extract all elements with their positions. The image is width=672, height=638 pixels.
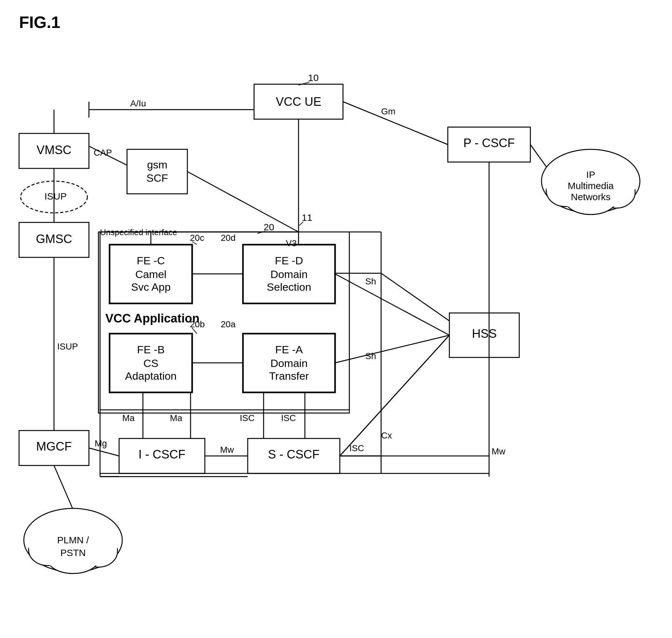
ref-20b: 20b [190,319,205,329]
fe-c-label3: Svc App [131,281,171,293]
plmn-label1: PLMN / [57,535,89,545]
svg-line-21 [299,222,303,225]
vcc-ue-label: VCC UE [276,95,322,108]
ref-10: 10 [308,72,318,83]
gmsc-label: GMSC [36,232,72,246]
isup2-label: ISUP [57,341,78,351]
svg-rect-5 [127,149,187,194]
fe-d-label1: FE -D [275,254,303,267]
vcc-application-label: VCC Application [105,312,200,325]
v3-label: V3 [286,238,297,248]
hss-label: HSS [472,327,497,340]
fe-a-label2: Domain [270,357,307,369]
mg-label: Mg [94,438,107,448]
isc2-label: ISC [281,413,296,423]
isc1-label: ISC [240,413,255,423]
gsm-scf-label: gsm [147,158,167,171]
s-cscf-label: S - CSCF [268,448,320,461]
sh1-label: Sh [365,276,376,286]
mw1-label: Mw [220,445,234,455]
fe-b-label2: CS [143,357,158,369]
ref-20c: 20c [190,233,204,243]
plmn-label2: PSTN [61,548,86,558]
ip-multimedia-cloud: IP Multimedia Networks [541,149,640,215]
ip-label2: Multimedia [568,181,614,191]
ref-20a: 20a [221,319,236,329]
gsm-scf-label2: SCF [147,172,168,184]
fe-a-label3: Transfer [269,370,309,382]
isc3-label: ISC [349,443,364,453]
svg-line-22 [187,172,298,232]
fe-b-label1: FE -B [137,343,165,355]
vmsc-label: VMSC [36,143,71,157]
ip-label3: Networks [571,191,610,202]
a-iu-label: A/Iu [130,99,146,108]
ref-20: 20 [263,222,274,232]
ref-20d: 20d [221,233,236,243]
svg-line-46 [340,335,449,456]
p-cscf-label: P - CSCF [463,136,515,150]
fe-a-label1: FE -A [275,343,303,355]
cap-label: CAP [94,148,112,157]
i-cscf-label: I - CSCF [138,448,186,461]
ma1-label: Ma [122,413,135,423]
fe-c-label1: FE -C [137,254,165,267]
svg-line-32 [335,335,449,363]
fe-d-label3: Selection [267,281,311,293]
svg-line-31 [335,274,449,335]
svg-line-40 [89,448,119,456]
mw2-label: Mw [492,447,505,456]
diagram: VCC UE 10 VMSC P - CSCF gsm SCF GMSC FE … [0,0,672,638]
ref-11: 11 [302,212,312,223]
ip-label1: IP [586,169,595,180]
mgcf-label: MGCF [36,440,72,453]
gm-label: Gm [381,106,395,116]
cx-label: Cx [381,431,392,440]
isup-ellipse-label: ISUP [45,191,67,201]
fe-d-label2: Domain [270,268,307,280]
fe-b-label3: Adaptation [125,370,177,382]
fe-c-label2: Camel [135,268,167,280]
plmn-pstn-cloud: PLMN / PSTN [24,508,122,573]
ma2-label: Ma [170,413,182,423]
sh2-label: Sh [365,351,376,361]
svg-line-50 [381,273,449,321]
